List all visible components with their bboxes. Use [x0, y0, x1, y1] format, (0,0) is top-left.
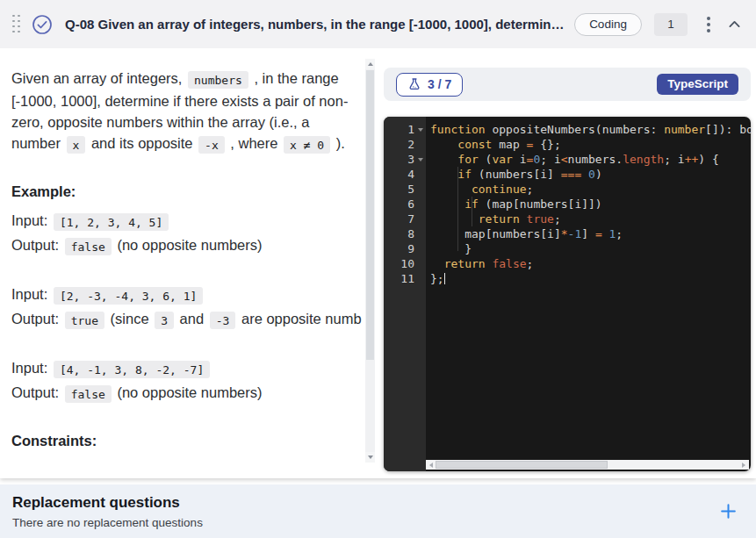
line-number: 4 [407, 167, 414, 182]
inline-code-chip: 3 [155, 312, 174, 329]
inline-code-chip: true [65, 312, 104, 329]
language-badge: TypeScript [657, 74, 738, 95]
description-line: -1000 <= numbers[i] <= 1000 [11, 457, 358, 463]
text-segment: (no opposite numbers) [113, 384, 263, 400]
replacement-section: Replacement questions There are no repla… [0, 484, 756, 538]
text-segment: Output: [11, 384, 63, 400]
code-line: continue; [430, 182, 751, 197]
question-header: Q-08 Given an array of integers, numbers… [0, 0, 756, 48]
gutter-row: 3 [384, 152, 426, 167]
fold-slot [414, 128, 426, 132]
text-segment: Input: [11, 212, 52, 228]
editor-code: function oppositeNumbers(numbers: number… [426, 117, 751, 471]
text-segment: Output: [11, 237, 63, 253]
kebab-menu-button[interactable] [702, 13, 716, 36]
section-heading: Example: [11, 182, 358, 201]
editor-toolbar: 3 / 7 TypeScript [384, 68, 751, 101]
solution-panel: 3 / 7 TypeScript 1234567891011 function … [384, 48, 751, 478]
text-segment: , where [227, 135, 282, 151]
scroll-right-arrow-icon[interactable] [738, 460, 749, 470]
scrollbar-thumb[interactable] [366, 70, 374, 360]
description-line: Input: [2, -3, -4, 3, 6, 1] [11, 282, 358, 306]
text-segment: Output: [11, 311, 63, 326]
gutter-row: 6 [384, 197, 426, 212]
problem-description: Given an array of integers, numbers , in… [0, 48, 362, 463]
question-type-badge: Coding [574, 13, 642, 36]
gutter-row: 5 [384, 182, 426, 197]
inline-code-chip: -x [198, 136, 225, 154]
inline-code-chip: x [67, 136, 86, 154]
text-segment: are opposite numbers) [237, 311, 362, 326]
add-replacement-button[interactable] [717, 501, 738, 522]
test-cases-count: 3 / 7 [428, 77, 451, 91]
problem-scrollbar[interactable] [365, 59, 375, 463]
line-number: 2 [407, 137, 414, 152]
line-number: 6 [407, 197, 414, 212]
spacer [11, 257, 358, 282]
inline-code-chip: false [65, 238, 112, 255]
flask-icon [407, 77, 421, 91]
inline-code-chip: [4, -1, 3, 8, -2, -7] [54, 361, 210, 378]
gutter-row: 1 [384, 122, 426, 137]
text-segment: Input: [11, 286, 52, 302]
drag-handle-icon[interactable] [12, 15, 21, 34]
line-number: 3 [407, 152, 414, 167]
code-line: if (map[numbers[i]]) [430, 197, 751, 212]
plus-icon [719, 502, 738, 520]
page: Q-08 Given an array of integers, numbers… [0, 0, 756, 538]
description-line: Output: false (no opposite numbers) [11, 380, 358, 405]
check-circle-icon[interactable] [32, 14, 53, 35]
indent-guide [472, 197, 472, 226]
code-line: }; [430, 271, 751, 286]
inline-code-chip: numbers [188, 71, 248, 89]
question-title: Q-08 Given an array of integers, numbers… [65, 17, 574, 32]
description-line: Input: [1, 2, 3, 4, 5] [11, 208, 358, 233]
question-count-badge: 1 [654, 13, 688, 36]
scroll-up-arrow-icon[interactable] [365, 59, 375, 69]
scroll-down-arrow-icon[interactable] [365, 452, 375, 463]
text-segment: and [176, 311, 208, 326]
replacement-empty-message: There are no replacement questions [12, 516, 203, 529]
line-number: 1 [407, 122, 414, 137]
code-line: const map = {}; [430, 137, 751, 152]
code-line: function oppositeNumbers(numbers: number… [430, 122, 751, 137]
text-segment: Given an array of integers, [11, 70, 186, 86]
question-card: Q-08 Given an array of integers, numbers… [0, 0, 756, 478]
collapse-button[interactable] [724, 14, 744, 35]
fold-slot [414, 158, 426, 161]
editor-gutter: 1234567891011 [384, 117, 426, 471]
gutter-row: 11 [384, 271, 426, 286]
gutter-row: 2 [384, 137, 426, 152]
gutter-row: 9 [384, 241, 426, 256]
indent-guide [457, 167, 458, 251]
fold-icon[interactable] [418, 128, 423, 132]
h-scrollbar-thumb[interactable] [436, 461, 608, 469]
spacer [11, 331, 358, 355]
text-segment: Constraints: [11, 433, 97, 448]
inline-code-chip: [2, -3, -4, 3, 6, 1] [54, 287, 204, 305]
line-number: 8 [407, 226, 414, 241]
problem-panel: Given an array of integers, numbers , in… [0, 48, 362, 463]
description-line: Given an array of integers, numbers , in… [11, 68, 358, 155]
inline-code-chip: [1, 2, 3, 4, 5] [54, 213, 169, 231]
fold-icon[interactable] [418, 158, 423, 161]
line-number: 7 [407, 212, 414, 226]
description-line: Input: [4, -1, 3, 8, -2, -7] [11, 355, 358, 380]
gutter-row: 10 [384, 256, 426, 271]
text-segment: Input: [11, 360, 52, 376]
section-heading: Constraints: [11, 431, 358, 450]
inline-code-chip: x ≠ 0 [284, 136, 330, 154]
description-line: Output: true (since 3 and -3 are opposit… [11, 306, 358, 331]
editor-h-scrollbar[interactable] [426, 460, 749, 470]
text-cursor [444, 273, 446, 284]
line-number: 9 [407, 241, 414, 256]
text-segment: and its opposite [87, 135, 197, 151]
description-line: Output: false (no opposite numbers) [11, 233, 358, 257]
code-line: map[numbers[i]*-1] = 1; [430, 226, 751, 241]
code-editor[interactable]: 1234567891011 function oppositeNumbers(n… [384, 117, 751, 471]
gutter-row: 8 [384, 226, 426, 241]
text-segment: ). [332, 135, 345, 151]
inline-code-chip: -1000 <= numbers[i] <= 1000 [13, 463, 211, 463]
chevron-up-icon [727, 17, 742, 32]
test-cases-button[interactable]: 3 / 7 [396, 73, 463, 97]
